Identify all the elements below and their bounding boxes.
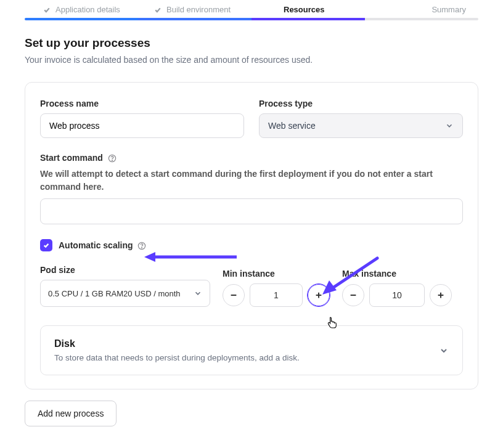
step-resources[interactable]: Resources [284,5,407,14]
process-type-value: Web service [268,121,316,131]
min-increment-button[interactable] [308,284,330,306]
step-label: Summary [431,5,466,14]
max-instance-label: Max instance [342,269,452,279]
pod-size-select[interactable]: 0.5 CPU / 1 GB RAM20 USD / month [40,280,210,307]
page-title: Set up your processes [25,36,478,50]
min-decrement-button[interactable] [223,284,245,306]
wizard-stepper: Application details Build environment Re… [25,0,478,18]
max-increment-button[interactable] [430,284,452,306]
svg-point-1 [112,160,112,161]
svg-point-3 [142,248,142,248]
automatic-scaling-checkbox[interactable] [40,239,52,251]
add-new-process-button[interactable]: Add new process [25,401,117,426]
step-label: Resources [284,5,324,14]
process-type-label: Process type [259,99,463,108]
progress-bar [25,18,478,20]
disk-title: Disk [54,338,300,349]
check-icon [43,6,51,14]
min-instance-input[interactable]: 1 [250,283,303,307]
help-icon[interactable] [137,242,146,250]
page-subtitle: Your invoice is calculated based on the … [25,55,478,65]
process-type-select[interactable]: Web service [259,113,463,138]
step-label: Build environment [166,5,231,14]
check-icon [154,6,162,14]
step-summary[interactable]: Summary [407,5,478,14]
disk-subtitle: To store data that needs to persist duri… [54,353,300,362]
min-instance-label: Min instance [223,269,330,279]
automatic-scaling-label: Automatic scaling [59,240,146,250]
pod-size-label: Pod size [40,265,210,275]
step-label: Application details [55,5,120,14]
pod-size-value: 0.5 CPU / 1 GB RAM20 USD / month [48,289,181,298]
chevron-down-icon [439,346,449,356]
max-instance-input[interactable]: 10 [369,283,425,307]
max-decrement-button[interactable] [342,284,364,306]
chevron-down-icon [445,121,454,130]
process-card: Process name Process type Web service St… [25,82,478,389]
step-application-details[interactable]: Application details [43,5,154,14]
start-command-label: Start command [40,153,463,163]
process-name-label: Process name [40,99,244,108]
start-command-hint: We will attempt to detect a start comman… [40,168,463,193]
step-build-environment[interactable]: Build environment [154,5,284,14]
chevron-down-icon [194,289,202,298]
start-command-input[interactable] [40,198,463,224]
help-icon[interactable] [108,154,117,163]
disk-panel[interactable]: Disk To store data that needs to persist… [40,325,463,375]
process-name-input[interactable] [40,113,244,138]
